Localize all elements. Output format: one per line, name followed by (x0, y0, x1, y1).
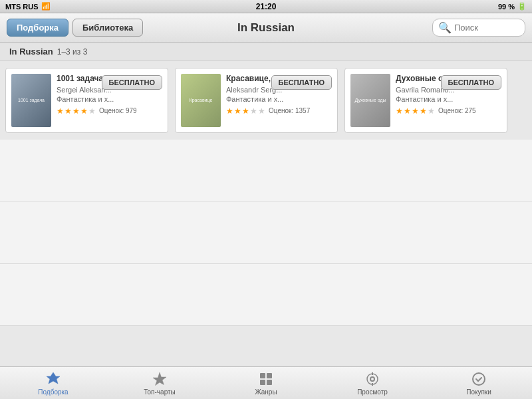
search-icon: 🔍 (438, 21, 452, 34)
battery-label: 99 % (498, 3, 515, 11)
star-icon: ★ (420, 106, 427, 116)
genres-tab-icon (258, 371, 274, 387)
book-stars-3: ★ ★ ★ ★ ★ Оценок: 275 (396, 106, 501, 116)
carrier-label: MTS RUS (5, 3, 39, 11)
book-cover-2: Красавице (181, 74, 221, 127)
nav-buttons: Подборка Библиотека (7, 19, 143, 37)
tab-featured-label: Подборка (38, 388, 68, 396)
star-icon: ★ (80, 106, 88, 116)
svg-rect-0 (260, 373, 265, 378)
purchased-tab-icon (471, 371, 487, 387)
svg-point-8 (473, 373, 485, 385)
svg-rect-1 (267, 373, 272, 378)
free-button-3[interactable]: БЕСПЛАТНО (441, 75, 501, 90)
book-stars-2: ★ ★ ★ ★ ★ Оценок: 1357 (226, 106, 332, 116)
book-card-3[interactable]: Духовные оды Духовные оды Gavrila Romano… (344, 68, 507, 133)
empty-row (0, 264, 532, 326)
tab-purchased[interactable]: Покупки (426, 367, 532, 399)
nav-bar: Подборка Библиотека In Russian 🔍 (0, 13, 532, 43)
empty-section (0, 140, 532, 326)
ratings-count-1: Оценок: 979 (99, 107, 137, 114)
breadcrumb-count: 1–3 из 3 (57, 47, 88, 57)
star-icon: ★ (65, 106, 72, 116)
ratings-count-2: Оценок: 1357 (269, 107, 310, 114)
svg-rect-3 (267, 380, 272, 385)
tab-genres-label: Жанры (255, 388, 277, 396)
star-icon: ★ (404, 106, 411, 116)
tab-browse-label: Просмотр (357, 388, 388, 396)
library-nav-button[interactable]: Библиотека (72, 19, 143, 37)
svg-point-4 (370, 377, 374, 381)
topcharts-tab-icon (152, 371, 168, 387)
battery-icon: 🔋 (517, 2, 527, 11)
breadcrumb-title: In Russian (9, 47, 53, 57)
status-left: MTS RUS 📶 (5, 2, 51, 11)
tab-topcharts-label: Топ-чарты (144, 388, 176, 396)
book-genre-1: Фантастика и х... (57, 95, 162, 103)
star-icon: ★ (57, 106, 64, 116)
tab-genres[interactable]: Жанры (213, 367, 319, 399)
svg-rect-2 (260, 380, 265, 385)
star-icon: ★ (234, 106, 241, 116)
star-icon: ★ (396, 106, 403, 116)
star-icon: ★ (258, 106, 265, 116)
book-stars-1: ★ ★ ★ ★ ★ Оценок: 979 (57, 106, 162, 116)
tab-browse[interactable]: Просмотр (319, 367, 426, 399)
book-card-2[interactable]: Красавице Красавице, которая нюх... Alek… (175, 68, 338, 133)
empty-row (0, 140, 532, 201)
book-genre-3: Фантастика и х... (396, 95, 501, 103)
tab-bar: Подборка Топ-чарты Жанры Просмотр Покуп (0, 366, 532, 399)
star-icon: ★ (242, 106, 249, 116)
star-icon: ★ (72, 106, 80, 116)
free-button-2[interactable]: БЕСПЛАТНО (271, 75, 332, 90)
book-genre-2: Фантастика и х... (226, 95, 332, 103)
tab-topcharts[interactable]: Топ-чарты (106, 367, 213, 399)
nav-title: In Russian (237, 21, 295, 35)
svg-point-5 (367, 374, 378, 384)
wifi-icon: 📶 (41, 2, 51, 11)
status-bar: MTS RUS 📶 21:20 99 % 🔋 (0, 0, 532, 13)
star-icon: ★ (88, 106, 96, 116)
tab-purchased-label: Покупки (466, 388, 491, 396)
ratings-count-3: Оценок: 275 (438, 107, 476, 114)
featured-tab-icon (45, 371, 61, 387)
status-right: 99 % 🔋 (498, 2, 527, 11)
empty-row (0, 201, 532, 263)
free-button-1[interactable]: БЕСПЛАТНО (102, 75, 162, 90)
breadcrumb: In Russian 1–3 из 3 (0, 43, 532, 61)
status-time: 21:20 (256, 2, 277, 11)
star-icon: ★ (250, 106, 257, 116)
star-icon: ★ (412, 106, 419, 116)
books-grid: 1001 задача 1001 задача для умствен... S… (0, 61, 532, 140)
search-bar: 🔍 (432, 19, 525, 37)
browse-tab-icon (364, 371, 380, 387)
content-area: In Russian 1–3 из 3 1001 задача 1001 зад… (0, 43, 532, 366)
book-cover-3: Духовные оды (350, 74, 390, 127)
star-icon: ★ (226, 106, 233, 116)
book-card-1[interactable]: 1001 задача 1001 задача для умствен... S… (5, 68, 168, 133)
star-icon: ★ (428, 106, 435, 116)
featured-nav-button[interactable]: Подборка (7, 19, 68, 37)
book-cover-1: 1001 задача (11, 74, 51, 127)
tab-featured[interactable]: Подборка (0, 367, 106, 399)
search-input[interactable] (454, 23, 519, 33)
